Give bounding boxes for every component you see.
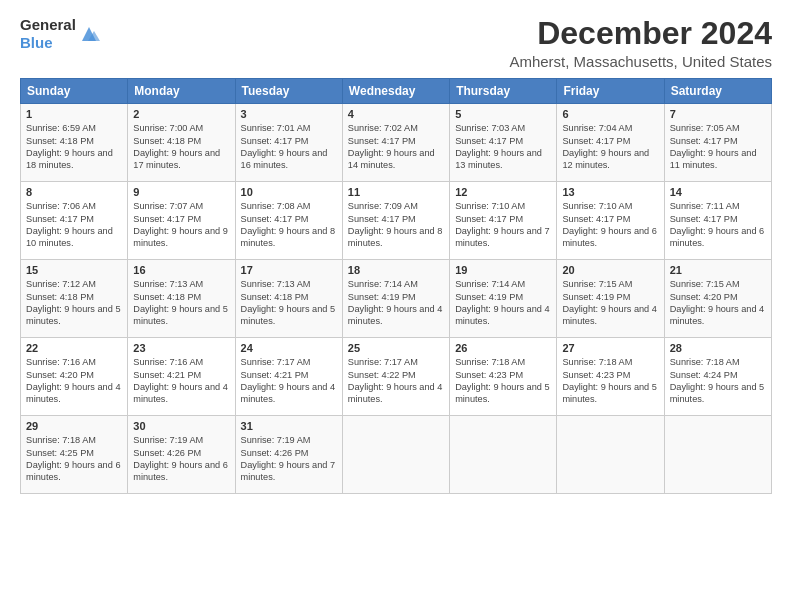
- calendar-cell: 15 Sunrise: 7:12 AMSunset: 4:18 PMDaylig…: [21, 260, 128, 338]
- header: General Blue December 2024 Amherst, Mass…: [20, 16, 772, 70]
- header-wednesday: Wednesday: [342, 79, 449, 104]
- day-info: Sunrise: 7:14 AMSunset: 4:19 PMDaylight:…: [348, 279, 443, 326]
- subtitle: Amherst, Massachusetts, United States: [509, 53, 772, 70]
- calendar-cell: 13 Sunrise: 7:10 AMSunset: 4:17 PMDaylig…: [557, 182, 664, 260]
- calendar-cell: 23 Sunrise: 7:16 AMSunset: 4:21 PMDaylig…: [128, 338, 235, 416]
- day-number: 19: [455, 264, 551, 276]
- calendar-cell: 1 Sunrise: 6:59 AMSunset: 4:18 PMDayligh…: [21, 104, 128, 182]
- day-number: 10: [241, 186, 337, 198]
- day-number: 1: [26, 108, 122, 120]
- calendar-cell: 10 Sunrise: 7:08 AMSunset: 4:17 PMDaylig…: [235, 182, 342, 260]
- day-info: Sunrise: 7:16 AMSunset: 4:20 PMDaylight:…: [26, 357, 121, 404]
- day-number: 28: [670, 342, 766, 354]
- day-number: 27: [562, 342, 658, 354]
- calendar-cell: 14 Sunrise: 7:11 AMSunset: 4:17 PMDaylig…: [664, 182, 771, 260]
- calendar-cell: 21 Sunrise: 7:15 AMSunset: 4:20 PMDaylig…: [664, 260, 771, 338]
- day-number: 9: [133, 186, 229, 198]
- calendar-cell: 22 Sunrise: 7:16 AMSunset: 4:20 PMDaylig…: [21, 338, 128, 416]
- day-info: Sunrise: 7:15 AMSunset: 4:20 PMDaylight:…: [670, 279, 765, 326]
- calendar-cell: 30 Sunrise: 7:19 AMSunset: 4:26 PMDaylig…: [128, 416, 235, 494]
- calendar-cell: 7 Sunrise: 7:05 AMSunset: 4:17 PMDayligh…: [664, 104, 771, 182]
- calendar-cell: 29 Sunrise: 7:18 AMSunset: 4:25 PMDaylig…: [21, 416, 128, 494]
- day-number: 24: [241, 342, 337, 354]
- calendar-cell: 5 Sunrise: 7:03 AMSunset: 4:17 PMDayligh…: [450, 104, 557, 182]
- logo: General Blue: [20, 16, 100, 52]
- day-info: Sunrise: 7:07 AMSunset: 4:17 PMDaylight:…: [133, 201, 228, 248]
- day-info: Sunrise: 7:00 AMSunset: 4:18 PMDaylight:…: [133, 123, 220, 170]
- day-info: Sunrise: 7:06 AMSunset: 4:17 PMDaylight:…: [26, 201, 113, 248]
- day-info: Sunrise: 7:01 AMSunset: 4:17 PMDaylight:…: [241, 123, 328, 170]
- day-info: Sunrise: 7:05 AMSunset: 4:17 PMDaylight:…: [670, 123, 757, 170]
- calendar-cell: 26 Sunrise: 7:18 AMSunset: 4:23 PMDaylig…: [450, 338, 557, 416]
- header-saturday: Saturday: [664, 79, 771, 104]
- day-info: Sunrise: 7:17 AMSunset: 4:22 PMDaylight:…: [348, 357, 443, 404]
- day-number: 2: [133, 108, 229, 120]
- calendar-cell: 4 Sunrise: 7:02 AMSunset: 4:17 PMDayligh…: [342, 104, 449, 182]
- calendar-cell: 19 Sunrise: 7:14 AMSunset: 4:19 PMDaylig…: [450, 260, 557, 338]
- day-info: Sunrise: 7:04 AMSunset: 4:17 PMDaylight:…: [562, 123, 649, 170]
- calendar-cell: 27 Sunrise: 7:18 AMSunset: 4:23 PMDaylig…: [557, 338, 664, 416]
- calendar-week-3: 22 Sunrise: 7:16 AMSunset: 4:20 PMDaylig…: [21, 338, 772, 416]
- calendar-cell: 6 Sunrise: 7:04 AMSunset: 4:17 PMDayligh…: [557, 104, 664, 182]
- day-number: 22: [26, 342, 122, 354]
- day-info: Sunrise: 7:02 AMSunset: 4:17 PMDaylight:…: [348, 123, 435, 170]
- calendar-cell: [450, 416, 557, 494]
- calendar-cell: [664, 416, 771, 494]
- weekday-row: Sunday Monday Tuesday Wednesday Thursday…: [21, 79, 772, 104]
- calendar-cell: 18 Sunrise: 7:14 AMSunset: 4:19 PMDaylig…: [342, 260, 449, 338]
- day-info: Sunrise: 7:08 AMSunset: 4:17 PMDaylight:…: [241, 201, 336, 248]
- calendar-table: Sunday Monday Tuesday Wednesday Thursday…: [20, 78, 772, 494]
- day-info: Sunrise: 7:12 AMSunset: 4:18 PMDaylight:…: [26, 279, 121, 326]
- day-info: Sunrise: 7:18 AMSunset: 4:23 PMDaylight:…: [562, 357, 657, 404]
- day-info: Sunrise: 7:17 AMSunset: 4:21 PMDaylight:…: [241, 357, 336, 404]
- calendar-cell: 11 Sunrise: 7:09 AMSunset: 4:17 PMDaylig…: [342, 182, 449, 260]
- calendar-cell: 12 Sunrise: 7:10 AMSunset: 4:17 PMDaylig…: [450, 182, 557, 260]
- day-info: Sunrise: 7:15 AMSunset: 4:19 PMDaylight:…: [562, 279, 657, 326]
- calendar-cell: 16 Sunrise: 7:13 AMSunset: 4:18 PMDaylig…: [128, 260, 235, 338]
- day-info: Sunrise: 7:03 AMSunset: 4:17 PMDaylight:…: [455, 123, 542, 170]
- calendar-week-2: 15 Sunrise: 7:12 AMSunset: 4:18 PMDaylig…: [21, 260, 772, 338]
- header-thursday: Thursday: [450, 79, 557, 104]
- day-number: 8: [26, 186, 122, 198]
- title-block: December 2024 Amherst, Massachusetts, Un…: [509, 16, 772, 70]
- calendar-cell: 20 Sunrise: 7:15 AMSunset: 4:19 PMDaylig…: [557, 260, 664, 338]
- day-info: Sunrise: 7:18 AMSunset: 4:25 PMDaylight:…: [26, 435, 121, 482]
- day-number: 6: [562, 108, 658, 120]
- day-number: 12: [455, 186, 551, 198]
- day-info: Sunrise: 7:10 AMSunset: 4:17 PMDaylight:…: [455, 201, 550, 248]
- main-title: December 2024: [509, 16, 772, 51]
- header-friday: Friday: [557, 79, 664, 104]
- day-number: 4: [348, 108, 444, 120]
- day-number: 13: [562, 186, 658, 198]
- day-number: 3: [241, 108, 337, 120]
- calendar-header: Sunday Monday Tuesday Wednesday Thursday…: [21, 79, 772, 104]
- day-info: Sunrise: 7:09 AMSunset: 4:17 PMDaylight:…: [348, 201, 443, 248]
- calendar-cell: 28 Sunrise: 7:18 AMSunset: 4:24 PMDaylig…: [664, 338, 771, 416]
- day-number: 26: [455, 342, 551, 354]
- header-monday: Monday: [128, 79, 235, 104]
- calendar-cell: 17 Sunrise: 7:13 AMSunset: 4:18 PMDaylig…: [235, 260, 342, 338]
- day-info: Sunrise: 7:13 AMSunset: 4:18 PMDaylight:…: [241, 279, 336, 326]
- day-info: Sunrise: 7:18 AMSunset: 4:23 PMDaylight:…: [455, 357, 550, 404]
- logo-icon: [78, 23, 100, 45]
- day-number: 31: [241, 420, 337, 432]
- page: General Blue December 2024 Amherst, Mass…: [0, 0, 792, 612]
- calendar-cell: 3 Sunrise: 7:01 AMSunset: 4:17 PMDayligh…: [235, 104, 342, 182]
- calendar-cell: 24 Sunrise: 7:17 AMSunset: 4:21 PMDaylig…: [235, 338, 342, 416]
- calendar-week-4: 29 Sunrise: 7:18 AMSunset: 4:25 PMDaylig…: [21, 416, 772, 494]
- day-info: Sunrise: 7:13 AMSunset: 4:18 PMDaylight:…: [133, 279, 228, 326]
- day-number: 7: [670, 108, 766, 120]
- day-number: 15: [26, 264, 122, 276]
- day-number: 14: [670, 186, 766, 198]
- day-number: 20: [562, 264, 658, 276]
- calendar-body: 1 Sunrise: 6:59 AMSunset: 4:18 PMDayligh…: [21, 104, 772, 494]
- day-info: Sunrise: 7:19 AMSunset: 4:26 PMDaylight:…: [133, 435, 228, 482]
- day-number: 16: [133, 264, 229, 276]
- calendar-cell: [342, 416, 449, 494]
- calendar-cell: 2 Sunrise: 7:00 AMSunset: 4:18 PMDayligh…: [128, 104, 235, 182]
- day-number: 29: [26, 420, 122, 432]
- day-number: 25: [348, 342, 444, 354]
- day-number: 23: [133, 342, 229, 354]
- calendar-week-0: 1 Sunrise: 6:59 AMSunset: 4:18 PMDayligh…: [21, 104, 772, 182]
- calendar-cell: 31 Sunrise: 7:19 AMSunset: 4:26 PMDaylig…: [235, 416, 342, 494]
